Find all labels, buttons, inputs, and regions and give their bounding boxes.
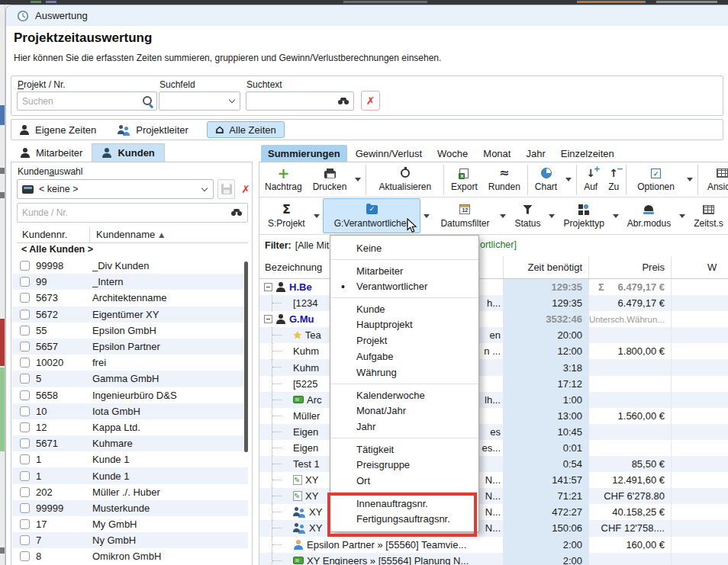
projekttyp-button[interactable]: Projekttyp [558,200,609,232]
zu-button[interactable]: Zu [603,164,624,196]
chart-dropdown-arrow[interactable] [565,178,572,181]
table-row[interactable]: Epsilon Partner » [55560] Teamvie... 2:0… [259,537,728,553]
customer-checkbox[interactable] [20,406,30,416]
menu-item[interactable]: • Keine [330,240,478,256]
suchfeld-value[interactable] [159,96,229,107]
customer-checkbox[interactable] [20,519,30,529]
customer-row[interactable]: 1 Kunde 1 [12,451,248,467]
customer-row[interactable]: 12 Kappa Ltd. [12,419,248,435]
customer-checkbox[interactable] [20,293,30,303]
scope-tab-projektleiter[interactable]: Projektleiter [118,124,188,136]
scope-tab-alle-zeiten[interactable]: Alle Zeiten [207,121,285,138]
menu-item[interactable]: • Jahr [330,419,478,435]
tab-einzelzeiten[interactable]: Einzelzeiten [554,145,621,162]
all-customers-row[interactable]: < Alle Kunden > [17,244,93,255]
nachtrag-button[interactable]: Nachtrag [259,164,308,196]
customer-checkbox[interactable] [20,310,30,319]
customer-list-scrollbar[interactable] [244,262,248,452]
customer-checkbox[interactable] [20,471,30,481]
column-preis[interactable]: Preis [588,256,671,278]
customer-row[interactable]: 10 Iota GmbH [12,403,248,419]
customer-row[interactable]: 17 My GmbH [12,516,248,532]
kundenauswahl-combobox[interactable]: < keine > [17,179,214,199]
status-button[interactable]: Status [509,200,546,232]
sum-projekt-button[interactable]: S:Projekt [263,200,311,232]
menu-item[interactable]: • Ort [330,473,478,489]
collapse-expander-icon[interactable] [264,315,272,323]
customer-checkbox[interactable] [20,454,30,464]
customer-row[interactable]: 8 Omikron GmbH [12,548,248,564]
tab-monat[interactable]: Monat [476,145,517,162]
abrmodus-dropdown-arrow[interactable] [679,214,685,218]
gruppierung-dropdown-arrow[interactable] [424,214,430,218]
customer-checkbox[interactable] [20,358,30,368]
customer-row[interactable]: 202 Müller ./. Huber [12,484,248,500]
collapse-expander-icon[interactable] [264,283,272,291]
customer-checkbox[interactable] [20,277,30,287]
drucken-dropdown-arrow[interactable] [355,178,361,181]
menu-item[interactable]: • Preisgruppe [330,457,478,473]
menu-item[interactable]: • Fertigungsauftragsnr. [330,511,478,527]
customer-row[interactable]: 5657 Epsilon Partner [12,339,248,355]
tab-woche[interactable]: Woche [430,145,475,162]
customer-checkbox[interactable] [20,390,30,400]
customer-filter-input[interactable] [18,207,231,218]
menu-item[interactable]: • Monat/Jahr [330,403,478,419]
customer-row[interactable]: 99999 Musterkunde [12,500,248,516]
binoculars-icon[interactable] [231,209,243,217]
suchfeld-combobox[interactable] [159,91,240,111]
customer-checkbox[interactable] [20,535,30,545]
menu-item[interactable]: • Hauptprojekt [330,316,478,332]
tab-kunden[interactable]: Kunden [92,143,164,162]
menu-item[interactable]: • Projekt [330,332,478,348]
customer-checkbox[interactable] [20,551,30,561]
scope-tab-eigene-zeiten[interactable]: Eigene Zeiten [19,124,96,136]
menu-item[interactable]: • Kalenderwoche [330,384,478,403]
customer-row[interactable]: 5 Gamma GmbH [12,371,248,387]
clear-search-button[interactable] [361,91,380,111]
customer-row[interactable]: 5671 Kuhmare [12,435,248,451]
customer-row[interactable]: 1 Kunde 1 [12,467,248,483]
customer-checkbox[interactable] [20,422,30,432]
abrmodus-button[interactable]: Abr.modus [622,200,676,232]
tab-gewinn-verlust[interactable]: Gewinn/Verlust [349,145,429,162]
titlebar[interactable]: Auswertung [6,5,728,26]
search-icon[interactable] [142,95,153,107]
status-dropdown-arrow[interactable] [549,214,555,218]
menu-item[interactable]: • Innenauftragsnr. [330,492,478,511]
tab-mitarbeiter[interactable]: Mitarbeiter [11,144,92,162]
column-kundenname[interactable]: Kundenname ▲ [90,229,164,240]
customer-row[interactable]: 5673 Architektenname [12,290,248,306]
tab-summierungen[interactable]: Summierungen [261,145,347,162]
customer-checkbox[interactable] [20,374,30,384]
clear-selection-button[interactable] [238,179,253,199]
customer-checkbox[interactable] [20,503,30,513]
save-selection-button[interactable] [217,179,235,199]
menu-item[interactable]: • Verantwortlicher [330,278,478,294]
customer-row[interactable]: 55 Epsilon GmbH [12,323,248,339]
chevron-down-icon[interactable] [229,98,236,104]
column-w[interactable]: W [671,256,728,278]
projekttyp-dropdown-arrow[interactable] [613,214,619,218]
menu-item[interactable]: • Tätigkeit [330,438,478,457]
customer-row[interactable]: 99998 _Div Kunden [12,258,248,274]
customer-checkbox[interactable] [20,438,30,448]
auf-button[interactable]: Auf [578,164,603,196]
menu-item[interactable]: • Aufgabe [330,348,478,364]
customer-row[interactable]: 99 _Intern [12,274,248,290]
tab-jahr[interactable]: Jahr [519,145,552,162]
customer-row[interactable]: 10020 frei [12,355,248,371]
suchtext-input[interactable] [246,96,338,107]
runden-button[interactable]: Runden [483,164,526,196]
optionen-dropdown-arrow[interactable] [687,178,693,181]
customer-row[interactable]: 5672 Eigentümer XY [12,307,248,323]
chart-button[interactable]: Chart [530,164,562,196]
customer-checkbox[interactable] [20,487,30,497]
customer-row[interactable]: 5658 Ingenieurbüro D&S [12,387,248,403]
customer-checkbox[interactable] [20,342,30,352]
column-zeit-benoetigt[interactable]: Zeit benötigt [503,256,588,278]
ansicht-button[interactable]: Ansicht [700,164,728,196]
aktualisieren-button[interactable]: Aktualisieren [368,164,442,196]
column-kundennr[interactable]: Kundennr. [17,226,90,242]
binoculars-icon[interactable] [338,98,350,105]
